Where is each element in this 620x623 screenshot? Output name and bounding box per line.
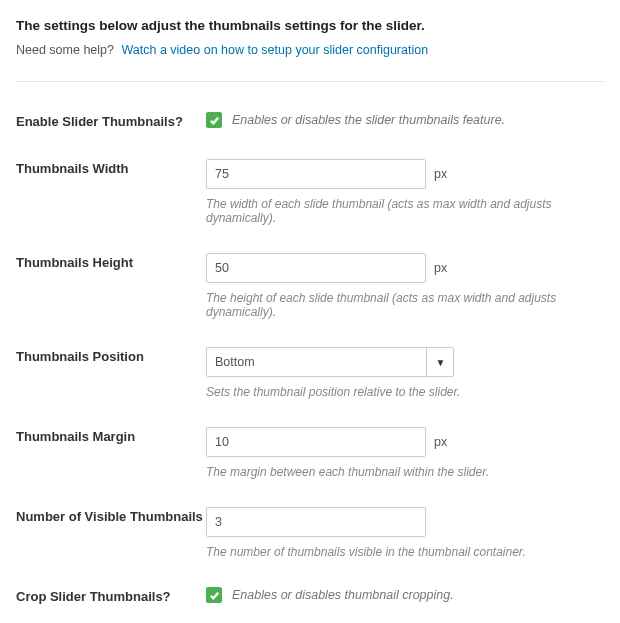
thumbnails-position-select[interactable]: Bottom (206, 347, 454, 377)
num-visible-label: Number of Visible Thumbnails (16, 507, 206, 524)
field-crop-thumbnails: Crop Slider Thumbnails? Enables or disab… (16, 587, 604, 604)
num-visible-input[interactable] (206, 507, 426, 537)
field-thumbnails-height: Thumbnails Height px The height of each … (16, 253, 604, 319)
help-line: Need some help? Watch a video on how to … (16, 43, 604, 57)
crop-thumbnails-desc: Enables or disables thumbnail cropping. (232, 588, 454, 602)
enable-thumbnails-checkbox[interactable] (206, 112, 222, 128)
field-thumbnails-width: Thumbnails Width px The width of each sl… (16, 159, 604, 225)
check-icon (209, 115, 220, 126)
thumbnails-width-unit: px (434, 167, 447, 181)
thumbnails-width-input[interactable] (206, 159, 426, 189)
help-prefix: Need some help? (16, 43, 114, 57)
thumbnails-margin-unit: px (434, 435, 447, 449)
check-icon (209, 590, 220, 601)
crop-thumbnails-checkbox[interactable] (206, 587, 222, 603)
enable-thumbnails-desc: Enables or disables the slider thumbnail… (232, 113, 505, 127)
num-visible-desc: The number of thumbnails visible in the … (206, 545, 604, 559)
help-video-link[interactable]: Watch a video on how to setup your slide… (121, 43, 428, 57)
thumbnails-position-desc: Sets the thumbnail position relative to … (206, 385, 604, 399)
thumbnails-width-desc: The width of each slide thumbnail (acts … (206, 197, 604, 225)
crop-thumbnails-label: Crop Slider Thumbnails? (16, 587, 206, 604)
thumbnails-position-label: Thumbnails Position (16, 347, 206, 364)
field-thumbnails-margin: Thumbnails Margin px The margin between … (16, 427, 604, 479)
field-enable-thumbnails: Enable Slider Thumbnails? Enables or dis… (16, 112, 604, 129)
thumbnails-margin-input[interactable] (206, 427, 426, 457)
page-title: The settings below adjust the thumbnails… (16, 18, 604, 33)
enable-thumbnails-label: Enable Slider Thumbnails? (16, 112, 206, 129)
field-num-visible: Number of Visible Thumbnails The number … (16, 507, 604, 559)
section-divider (16, 81, 604, 82)
thumbnails-height-unit: px (434, 261, 447, 275)
field-thumbnails-position: Thumbnails Position Bottom ▼ Sets the th… (16, 347, 604, 399)
thumbnails-margin-label: Thumbnails Margin (16, 427, 206, 444)
thumbnails-height-label: Thumbnails Height (16, 253, 206, 270)
thumbnails-width-label: Thumbnails Width (16, 159, 206, 176)
thumbnails-margin-desc: The margin between each thumbnail within… (206, 465, 604, 479)
thumbnails-height-input[interactable] (206, 253, 426, 283)
thumbnails-height-desc: The height of each slide thumbnail (acts… (206, 291, 604, 319)
